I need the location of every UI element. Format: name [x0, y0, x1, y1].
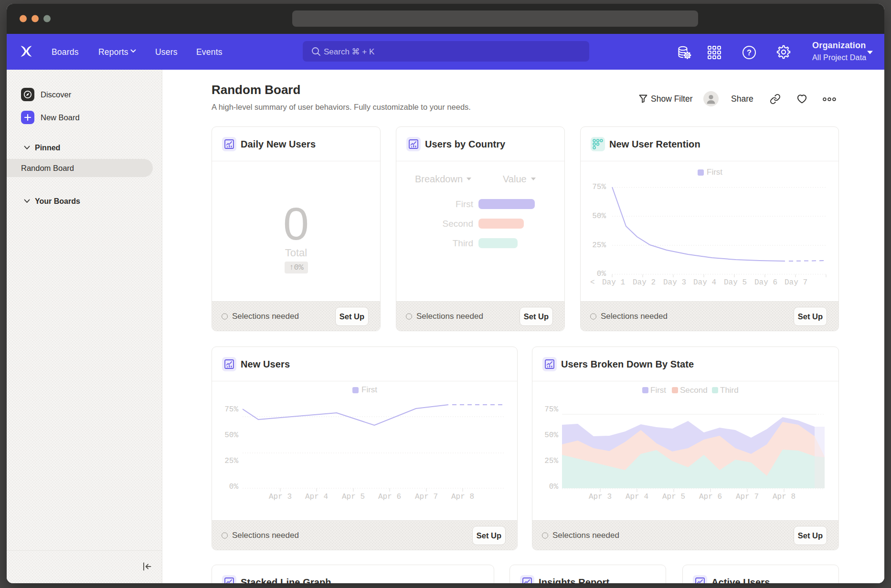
svg-text:?: ?	[747, 49, 752, 57]
